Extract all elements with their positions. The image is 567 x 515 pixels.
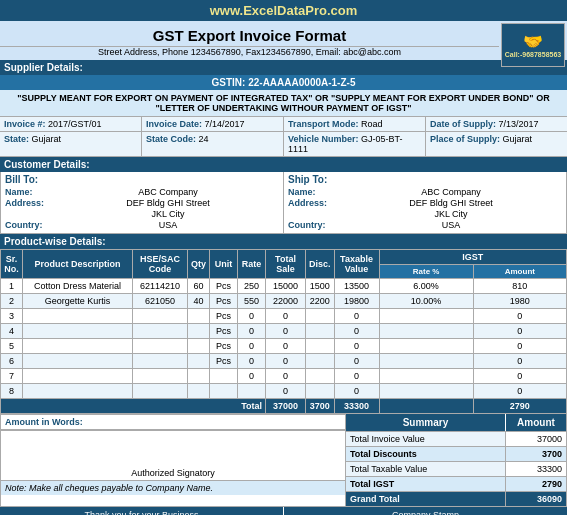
col-taxable: Taxable Value <box>334 250 379 279</box>
col-rate: Rate <box>238 250 266 279</box>
bottom-section: Amount in Words: Authorized Signatory No… <box>0 414 567 507</box>
bill-name-value: ABC Company <box>57 187 279 197</box>
table-row: 1Cotton Dress Material6211421060Pcs25015… <box>1 279 567 294</box>
total-taxable-total: 33300 <box>334 399 379 414</box>
customer-section-label: Customer Details: <box>0 157 567 172</box>
summary-label: Grand Total <box>346 492 506 506</box>
col-qty: Qty <box>188 250 210 279</box>
bottom-right: Summary Amount Total Invoice Value37000T… <box>346 414 566 506</box>
ship-to-column: Ship To: Name: ABC Company Address: DEF … <box>284 172 566 233</box>
total-sale-total: 37000 <box>266 399 306 414</box>
date-supply-label: Date of Supply: <box>430 119 496 129</box>
summary-value: 2790 <box>506 477 566 491</box>
col-desc: Product Description <box>23 250 133 279</box>
bill-to-title: Bill To: <box>5 174 279 187</box>
ship-address-label: Address: <box>288 198 340 208</box>
col-igst-rate: Rate % <box>379 265 473 279</box>
site-url: www.ExcelDataPro.com <box>210 3 358 18</box>
total-row: Total 37000 3700 33300 2790 <box>1 399 567 414</box>
ship-name-label: Name: <box>288 187 340 197</box>
summary-label: Total Invoice Value <box>346 432 506 446</box>
state-cell: State: Gujarat <box>0 132 142 156</box>
col-disc: Disc. <box>306 250 335 279</box>
bill-address-label: Address: <box>5 198 57 208</box>
table-row: 3Pcs0000 <box>1 309 567 324</box>
site-header: www.ExcelDataPro.com <box>0 0 567 21</box>
table-row: 5Pcs0000 <box>1 339 567 354</box>
summary-label: Total Discounts <box>346 447 506 461</box>
col-sr: Sr. No. <box>1 250 23 279</box>
state-code-cell: State Code: 24 <box>142 132 284 156</box>
summary-value: 36090 <box>506 492 566 506</box>
logo-phone: Call:-9687858563 <box>505 51 561 58</box>
summary-row: Total Taxable Value33300 <box>346 461 566 476</box>
invoice-date-label: Invoice Date: <box>146 119 202 129</box>
supply-note: "SUPPLY MEANT FOR EXPORT ON PAYMENT OF I… <box>0 90 567 117</box>
place-supply-value: Gujarat <box>503 134 533 144</box>
thank-you-label: Thank you for your Business <box>0 507 284 515</box>
invoice-no-cell: Invoice #: 2017/GST/01 <box>0 117 142 131</box>
state-code-label: State Code: <box>146 134 196 144</box>
summary-row: Grand Total36090 <box>346 491 566 506</box>
bill-name-label: Name: <box>5 187 57 197</box>
col-igst-group: IGST <box>379 250 566 265</box>
ship-address2: JKL City <box>340 209 562 219</box>
place-supply-cell: Place of Supply: Gujarat <box>426 132 567 156</box>
summary-header-amount: Amount <box>506 414 566 431</box>
bottom-left: Amount in Words: Authorized Signatory No… <box>1 414 346 506</box>
ship-country-value: USA <box>340 220 562 230</box>
logo-icon: 🤝 <box>523 32 543 51</box>
signatory-box: Authorized Signatory <box>1 430 345 480</box>
date-supply-value: 7/13/2017 <box>499 119 539 129</box>
transport-mode-value: Road <box>361 119 383 129</box>
invoice-date-value: 7/14/2017 <box>205 119 245 129</box>
amount-words-label: Amount in Words: <box>1 415 87 429</box>
summary-label: Total IGST <box>346 477 506 491</box>
ship-address1: DEF Bldg GHI Street <box>340 198 562 208</box>
bill-address1: DEF Bldg GHI Street <box>57 198 279 208</box>
total-igst-total: 2790 <box>473 399 566 414</box>
footer-row: Thank you for your Business Company Stam… <box>0 507 567 515</box>
summary-row: Total Invoice Value37000 <box>346 431 566 446</box>
products-section-label: Product-wise Details: <box>0 234 567 249</box>
ship-to-title: Ship To: <box>288 174 562 187</box>
signatory-label: Authorized Signatory <box>131 468 215 478</box>
page-title: GST Export Invoice Format <box>0 21 499 47</box>
col-unit: Unit <box>210 250 238 279</box>
col-hse: HSE/SAC Code <box>133 250 188 279</box>
bill-to-column: Bill To: Name: ABC Company Address: DEF … <box>1 172 284 233</box>
total-label: Total <box>1 399 266 414</box>
state-code-value: 24 <box>199 134 209 144</box>
date-supply-cell: Date of Supply: 7/13/2017 <box>426 117 567 131</box>
table-row: 8000 <box>1 384 567 399</box>
summary-row: Total IGST2790 <box>346 476 566 491</box>
table-row: 4Pcs0000 <box>1 324 567 339</box>
place-supply-label: Place of Supply: <box>430 134 500 144</box>
company-stamp-label: Company Stamp <box>284 507 567 515</box>
bill-address2: JKL City <box>57 209 279 219</box>
transport-mode-cell: Transport Mode: Road <box>284 117 426 131</box>
vehicle-number-cell: Vehicle Number: GJ-05-BT-1111 <box>284 132 426 156</box>
note-row: Note: Make all cheques payable to Compan… <box>1 480 345 495</box>
header-subtitle: Street Address, Phone 1234567890, Fax123… <box>0 47 499 60</box>
col-total-sale: Total Sale <box>266 250 306 279</box>
table-row: 6Pcs0000 <box>1 354 567 369</box>
summary-row: Total Discounts3700 <box>346 446 566 461</box>
bill-country-value: USA <box>57 220 279 230</box>
summary-value: 33300 <box>506 462 566 476</box>
table-row: 2Georgette Kurtis62105040Pcs550220002200… <box>1 294 567 309</box>
summary-label: Total Taxable Value <box>346 462 506 476</box>
state-value: Gujarat <box>32 134 62 144</box>
summary-value: 37000 <box>506 432 566 446</box>
col-igst-amount: Amount <box>473 265 566 279</box>
invoice-date-cell: Invoice Date: 7/14/2017 <box>142 117 284 131</box>
supplier-section-label: Supplier Details: <box>0 60 567 75</box>
table-row: 70000 <box>1 369 567 384</box>
invoice-no-value: 2017/GST/01 <box>48 119 102 129</box>
total-disc-total: 3700 <box>306 399 335 414</box>
transport-mode-label: Transport Mode: <box>288 119 359 129</box>
vehicle-number-label: Vehicle Number: <box>288 134 359 144</box>
gstin: GSTIN: 22-AAAAA0000A-1-Z-5 <box>0 75 567 90</box>
summary-header-label: Summary <box>346 414 506 431</box>
ship-name-value: ABC Company <box>340 187 562 197</box>
